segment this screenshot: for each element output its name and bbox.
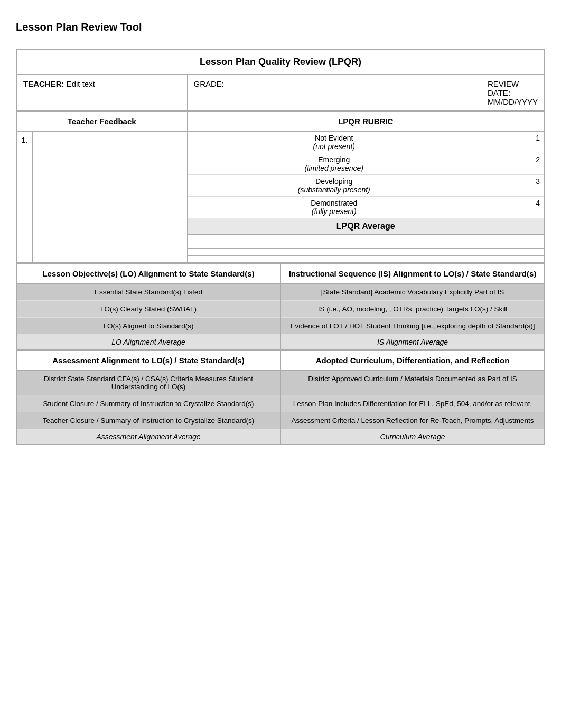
is-alignment-header: Instructional Sequence (IS) Alignment to… [280, 264, 545, 284]
category-table: Lesson Objective(s) (LO) Alignment to St… [16, 263, 545, 445]
rubric-title-3: Developing [192, 177, 476, 186]
teacher-value[interactable]: Edit text [67, 79, 95, 88]
assessment-row-1: District State Standard CFA(s) / CSA(s) … [16, 371, 545, 395]
assessment-alignment-header: Assessment Alignment to LO(s) / State St… [16, 350, 280, 371]
teacher-label: TEACHER: [23, 79, 64, 88]
rubric-label-demonstrated: Demonstrated (fully present) [187, 197, 481, 218]
main-title: Lesson Plan Quality Review (LPQR) [16, 50, 545, 75]
lo-row-1: Essential State Standard(s) Listed [Stat… [16, 284, 545, 301]
grade-label: GRADE: [194, 79, 225, 88]
lo-alignment-header: Lesson Objective(s) (LO) Alignment to St… [16, 264, 280, 284]
lo-row-3: LO(s) Aligned to Standard(s) Evidence of… [16, 318, 545, 335]
assessment-average-label: Assessment Alignment Average [16, 429, 280, 445]
is-row-2-cell: IS (i.e., AO, modeling, , OTRs, practice… [280, 301, 545, 318]
lo-row-1-cell: Essential State Standard(s) Listed [16, 284, 280, 301]
rubric-score-1: 1 [481, 132, 545, 153]
rubric-header: LPQR RUBRIC [187, 111, 545, 132]
curriculum-row-1-cell: District Approved Curriculum / Materials… [280, 371, 545, 395]
is-row-3-cell: Evidence of LOT / HOT Student Thinking [… [280, 318, 545, 335]
lo-row-3-cell: LO(s) Aligned to Standard(s) [16, 318, 280, 335]
is-average-label: IS Alignment Average [280, 335, 545, 351]
page-title: Lesson Plan Review Tool [16, 21, 545, 33]
main-table: Lesson Plan Quality Review (LPQR) TEACHE… [16, 49, 545, 263]
feedback-number: 1. [16, 132, 32, 263]
review-date-cell: REVIEW DATE: MM/DD/YYYY [481, 75, 545, 111]
rubric-score-3: 3 [481, 175, 545, 197]
feedback-header: Teacher Feedback [16, 111, 187, 132]
feedback-content[interactable] [32, 132, 187, 263]
assessment-row-2-cell: Student Closure / Summary of Instruction… [16, 395, 280, 412]
assessment-row-3-cell: Teacher Closure / Summary of Instruction… [16, 412, 280, 429]
review-date-label: REVIEW DATE: [488, 79, 519, 97]
rubric-sub-4: (fully present) [192, 207, 476, 216]
rubric-title-4: Demonstrated [192, 199, 476, 207]
lo-average-label: LO Alignment Average [16, 335, 280, 351]
assessment-row-2: Student Closure / Summary of Instruction… [16, 395, 545, 412]
rubric-row-1: 1. Not Evident (not present) 1 [16, 132, 545, 153]
lo-row-2: LO(s) Clearly Stated (SWBAT) IS (i.e., A… [16, 301, 545, 318]
rubric-title-1: Not Evident [192, 134, 476, 142]
cat-header-row-1: Lesson Objective(s) (LO) Alignment to St… [16, 264, 545, 284]
curriculum-row-2-cell: Lesson Plan Includes Differentiation for… [280, 395, 545, 412]
rubric-label-not-evident: Not Evident (not present) [187, 132, 481, 153]
title-row: Lesson Plan Quality Review (LPQR) [16, 50, 545, 75]
rubric-sub-1: (not present) [192, 142, 476, 151]
rubric-sub-2: (limited presence) [192, 164, 476, 172]
review-date-value[interactable]: MM/DD/YYYY [488, 97, 538, 106]
rubric-label-emerging: Emerging (limited presence) [187, 153, 481, 175]
curriculum-average-label: Curriculum Average [280, 429, 545, 445]
rubric-sub-3: (substantially present) [192, 186, 476, 194]
rubric-score-4: 4 [481, 197, 545, 218]
grade-cell: GRADE: [187, 75, 481, 111]
assessment-row-3: Teacher Closure / Summary of Instruction… [16, 412, 545, 429]
rubric-title-2: Emerging [192, 155, 476, 164]
rubric-score-2: 2 [481, 153, 545, 175]
rubric-label-developing: Developing (substantially present) [187, 175, 481, 197]
curriculum-row-3-cell: Assessment Criteria / Lesson Reflection … [280, 412, 545, 429]
assessment-avg-row: Assessment Alignment Average Curriculum … [16, 429, 545, 445]
cat-header-row-2: Assessment Alignment to LO(s) / State St… [16, 350, 545, 371]
assessment-row-1-cell: District State Standard CFA(s) / CSA(s) … [16, 371, 280, 395]
lpqr-average-label: LPQR Average [187, 218, 545, 235]
is-row-1-cell: [State Standard] Academic Vocabulary Exp… [280, 284, 545, 301]
lo-row-2-cell: LO(s) Clearly Stated (SWBAT) [16, 301, 280, 318]
info-row: TEACHER: Edit text GRADE: REVIEW DATE: M… [16, 75, 545, 111]
teacher-cell: TEACHER: Edit text [16, 75, 187, 111]
curriculum-header: Adopted Curriculum, Differentiation, and… [280, 350, 545, 371]
lo-avg-row: LO Alignment Average IS Alignment Averag… [16, 335, 545, 351]
section-header-row: Teacher Feedback LPQR RUBRIC [16, 111, 545, 132]
